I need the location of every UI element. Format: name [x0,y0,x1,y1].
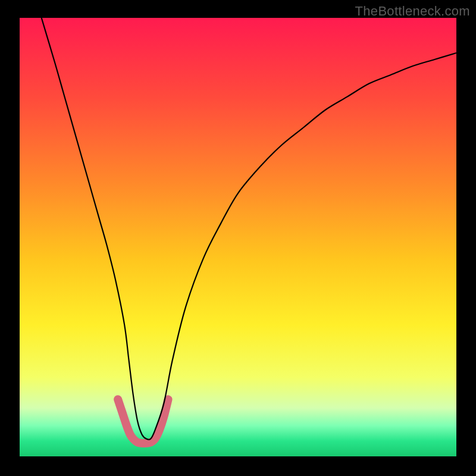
bottleneck-chart [20,18,456,456]
watermark-text: TheBottleneck.com [355,4,470,19]
gradient-background [20,18,456,456]
chart-frame [20,18,456,456]
